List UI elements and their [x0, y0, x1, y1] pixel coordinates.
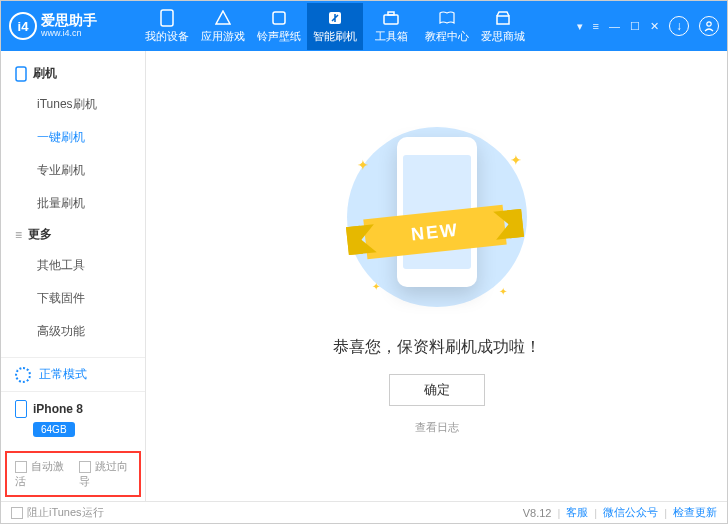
nav-toolbox[interactable]: 工具箱	[363, 3, 419, 50]
sidebar-item-download-firmware[interactable]: 下载固件	[1, 282, 145, 315]
block-itunes-checkbox[interactable]: 阻止iTunes运行	[11, 505, 104, 520]
svg-rect-5	[497, 16, 509, 24]
sparkle-icon: ✦	[372, 281, 380, 292]
nav-shop[interactable]: 爱思商城	[475, 3, 531, 50]
device-name: iPhone 8	[33, 402, 83, 416]
svg-rect-3	[384, 15, 398, 24]
sidebar-item-batch-flash[interactable]: 批量刷机	[1, 187, 145, 220]
sidebar-item-itunes-flash[interactable]: iTunes刷机	[1, 88, 145, 121]
sparkle-icon: ✦	[357, 157, 369, 173]
nav-tutorial[interactable]: 教程中心	[419, 3, 475, 50]
nav-label: 爱思商城	[481, 29, 525, 44]
view-log-link[interactable]: 查看日志	[415, 420, 459, 435]
nav-label: 铃声壁纸	[257, 29, 301, 44]
status-label: 正常模式	[39, 366, 87, 383]
support-link[interactable]: 客服	[566, 505, 588, 520]
apps-icon	[214, 9, 232, 27]
logo-url: www.i4.cn	[41, 29, 97, 39]
toolbox-icon	[382, 9, 400, 27]
sidebar: 刷机 iTunes刷机 一键刷机 专业刷机 批量刷机 ≡ 更多 其他工具 下载固…	[1, 51, 146, 501]
status-icon	[15, 367, 31, 383]
device-status[interactable]: 正常模式	[1, 357, 145, 391]
sidebar-item-oneclick-flash[interactable]: 一键刷机	[1, 121, 145, 154]
top-nav: 我的设备 应用游戏 铃声壁纸 智能刷机 工具箱 教程中心	[139, 3, 577, 50]
device-info[interactable]: iPhone 8 64GB	[1, 391, 145, 447]
ok-button[interactable]: 确定	[389, 374, 485, 406]
sidebar-title: 更多	[28, 226, 52, 243]
options-highlight: 自动激活 跳过向导	[5, 451, 141, 497]
success-illustration: ✦ ✦ ✦ ✦ NEW	[337, 117, 537, 317]
sidebar-group-flash[interactable]: 刷机	[1, 59, 145, 88]
storage-badge: 64GB	[33, 422, 75, 437]
svg-rect-1	[273, 12, 285, 24]
nav-my-device[interactable]: 我的设备	[139, 3, 195, 50]
nav-label: 教程中心	[425, 29, 469, 44]
nav-label: 工具箱	[375, 29, 408, 44]
nav-label: 应用游戏	[201, 29, 245, 44]
sparkle-icon: ✦	[499, 286, 507, 297]
sidebar-title: 刷机	[33, 65, 57, 82]
menu-icon: ≡	[15, 228, 22, 242]
device-icon	[15, 400, 27, 418]
user-icon[interactable]	[699, 16, 719, 36]
settings-icon[interactable]: ≡	[593, 20, 599, 32]
nav-apps[interactable]: 应用游戏	[195, 3, 251, 50]
success-message: 恭喜您，保资料刷机成功啦！	[333, 337, 541, 358]
header: i4 爱思助手 www.i4.cn 我的设备 应用游戏 铃声壁纸 智能刷机	[1, 1, 727, 51]
logo-icon: i4	[9, 12, 37, 40]
music-icon	[270, 9, 288, 27]
shop-icon	[494, 9, 512, 27]
phone-icon	[15, 66, 27, 82]
download-icon[interactable]: ↓	[669, 16, 689, 36]
sparkle-icon: ✦	[510, 152, 522, 168]
sidebar-item-pro-flash[interactable]: 专业刷机	[1, 154, 145, 187]
nav-label: 智能刷机	[313, 29, 357, 44]
sidebar-item-advanced[interactable]: 高级功能	[1, 315, 145, 348]
close-icon[interactable]: ✕	[650, 20, 659, 33]
menu-icon[interactable]: ▾	[577, 20, 583, 33]
book-icon	[438, 9, 456, 27]
minimize-icon[interactable]: —	[609, 20, 620, 32]
version-label: V8.12	[523, 507, 552, 519]
svg-point-6	[707, 22, 711, 26]
logo: i4 爱思助手 www.i4.cn	[9, 12, 129, 40]
footer: 阻止iTunes运行 V8.12 | 客服 | 微信公众号 | 检查更新	[1, 501, 727, 523]
sidebar-group-more[interactable]: ≡ 更多	[1, 220, 145, 249]
logo-title: 爱思助手	[41, 13, 97, 28]
svg-rect-0	[161, 10, 173, 26]
phone-icon	[158, 9, 176, 27]
checkbox-label: 阻止iTunes运行	[27, 506, 104, 518]
flash-icon	[326, 9, 344, 27]
sidebar-item-other-tools[interactable]: 其他工具	[1, 249, 145, 282]
svg-rect-7	[16, 67, 26, 81]
nav-label: 我的设备	[145, 29, 189, 44]
maximize-icon[interactable]: ☐	[630, 20, 640, 33]
main-content: ✦ ✦ ✦ ✦ NEW 恭喜您，保资料刷机成功啦！ 确定 查看日志	[146, 51, 727, 501]
window-controls: ▾ ≡ — ☐ ✕ ↓	[577, 16, 719, 36]
nav-ringtone[interactable]: 铃声壁纸	[251, 3, 307, 50]
wechat-link[interactable]: 微信公众号	[603, 505, 658, 520]
auto-activate-checkbox[interactable]: 自动激活	[15, 459, 67, 489]
nav-flash[interactable]: 智能刷机	[307, 3, 363, 50]
svg-rect-4	[388, 12, 394, 15]
skip-guide-checkbox[interactable]: 跳过向导	[79, 459, 131, 489]
check-update-link[interactable]: 检查更新	[673, 505, 717, 520]
